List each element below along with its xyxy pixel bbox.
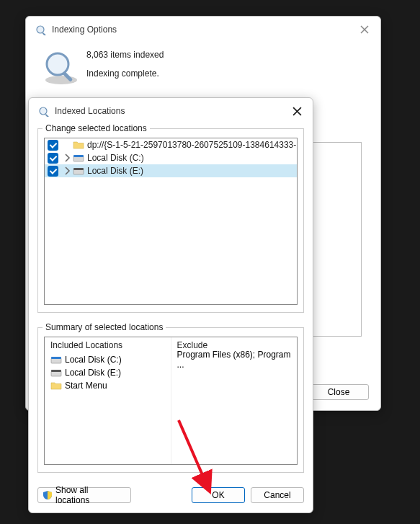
list-item-label: Local Disk (E:) bbox=[65, 368, 121, 378]
disk-e-icon bbox=[50, 368, 62, 378]
button-label: Show all locations bbox=[55, 485, 125, 505]
search-icon bbox=[35, 24, 46, 35]
chevron-right-icon[interactable] bbox=[63, 166, 71, 175]
list-item-label: Start Menu bbox=[65, 381, 107, 391]
exclude-text: Program Files (x86); Program ... bbox=[177, 353, 292, 366]
summary-group: Summary of selected locations Included L… bbox=[37, 327, 304, 473]
window-title: Indexed Locations bbox=[55, 106, 290, 116]
tree-item[interactable]: dp://{S-1-5-21-2597013780-2607525109-138… bbox=[45, 138, 298, 151]
tree-item-label: Local Disk (C:) bbox=[87, 153, 144, 163]
shield-icon bbox=[43, 490, 53, 500]
disk-e-icon bbox=[73, 166, 84, 176]
titlebar: Indexed Locations bbox=[29, 98, 313, 124]
search-icon bbox=[37, 105, 49, 117]
close-button-label: Close bbox=[328, 387, 350, 397]
exclude-column: Exclude Program Files (x86); Program ... bbox=[171, 337, 298, 464]
checkbox[interactable] bbox=[48, 140, 58, 151]
summary-list: Included Locations Local Disk (C:)Local … bbox=[44, 337, 298, 465]
button-label: Cancel bbox=[264, 490, 290, 500]
tree-item-label: Local Disk (E:) bbox=[87, 166, 143, 176]
included-column: Included Locations Local Disk (C:)Local … bbox=[45, 337, 171, 464]
window-title: Indexing Options bbox=[52, 25, 357, 35]
disk-c-icon bbox=[50, 355, 62, 365]
column-header: Exclude bbox=[177, 340, 292, 350]
folder-icon bbox=[50, 381, 62, 391]
indexing-status-text: Indexing complete. bbox=[86, 68, 164, 79]
folder-icon bbox=[73, 140, 84, 150]
checkbox[interactable] bbox=[48, 166, 58, 177]
tree-item[interactable]: Local Disk (C:) bbox=[45, 151, 298, 164]
magnifier-icon bbox=[42, 48, 81, 87]
group-legend: Change selected locations bbox=[43, 123, 150, 133]
ok-button[interactable]: OK bbox=[192, 487, 245, 503]
items-indexed-text: 8,063 items indexed bbox=[86, 50, 164, 60]
close-button[interactable]: Close bbox=[308, 384, 369, 400]
tree-item[interactable]: Local Disk (E:) bbox=[45, 164, 298, 177]
checkbox[interactable] bbox=[48, 153, 58, 164]
column-header: Included Locations bbox=[50, 340, 165, 350]
close-icon[interactable] bbox=[357, 22, 372, 37]
button-label: OK bbox=[212, 490, 224, 500]
list-item-label: Local Disk (C:) bbox=[65, 355, 122, 365]
list-item[interactable]: Start Menu bbox=[50, 379, 165, 392]
locations-tree[interactable]: dp://{S-1-5-21-2597013780-2607525109-138… bbox=[44, 138, 298, 305]
indexed-locations-dialog: Indexed Locations Change selected locati… bbox=[28, 97, 313, 513]
tree-item-label: dp://{S-1-5-21-2597013780-2607525109-138… bbox=[87, 140, 298, 150]
show-all-locations-button[interactable]: Show all locations bbox=[37, 487, 131, 503]
dialog-footer: Show all locations OK Cancel bbox=[29, 480, 313, 510]
disk-c-icon bbox=[73, 153, 84, 163]
change-locations-group: Change selected locations dp://{S-1-5-21… bbox=[37, 128, 304, 313]
list-item[interactable]: Local Disk (E:) bbox=[50, 366, 165, 379]
chevron-right-icon[interactable] bbox=[63, 154, 71, 162]
titlebar: Indexing Options bbox=[26, 17, 380, 43]
close-icon[interactable] bbox=[290, 104, 304, 118]
cancel-button[interactable]: Cancel bbox=[251, 487, 304, 503]
group-legend: Summary of selected locations bbox=[43, 322, 166, 332]
list-item[interactable]: Local Disk (C:) bbox=[50, 353, 165, 366]
